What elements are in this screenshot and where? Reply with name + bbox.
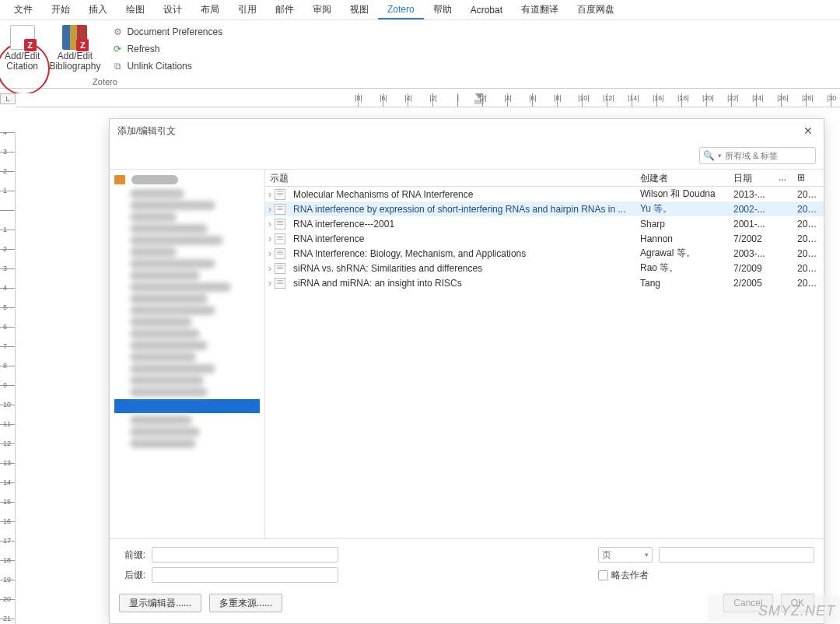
citation-row[interactable]: ›siRNA vs. shRNA: Similarities and diffe… (265, 261, 824, 275)
add-edit-citation-label: Add/EditCitation (5, 51, 40, 72)
row-title: siRNA vs. shRNA: Similarities and differ… (289, 261, 635, 276)
menu-bar: 文件开始插入绘图设计布局引用邮件审阅视图Zotero帮助Acrobat有道翻译百… (0, 0, 840, 20)
menu-item-9[interactable]: 视图 (341, 0, 378, 19)
row-added: 2019... (793, 261, 824, 276)
citation-row[interactable]: ›RNA Interference: Biology, Mechanism, a… (265, 246, 824, 261)
row-added: 2019... (793, 216, 824, 232)
cancel-button[interactable]: Cancel (723, 594, 772, 612)
row-date: 2001-... (729, 216, 772, 232)
row-date: 7/2009 (729, 261, 772, 276)
suffix-label: 后缀: (119, 569, 145, 582)
menu-item-7[interactable]: 邮件 (266, 0, 303, 19)
show-editor-button[interactable]: 显示编辑器...... (119, 594, 201, 612)
col-date[interactable]: 日期 (729, 170, 772, 186)
search-input[interactable] (725, 151, 803, 160)
menu-item-5[interactable]: 布局 (191, 0, 229, 19)
checkbox-box (598, 570, 608, 580)
zotero-bibliography-icon (62, 25, 87, 50)
zotero-ribbon: Add/EditCitation Add/EditBibliography ⚙ … (0, 20, 840, 89)
row-expander-icon[interactable]: › (265, 219, 275, 230)
menu-item-13[interactable]: 有道翻译 (512, 0, 568, 19)
row-expander-icon[interactable]: › (265, 248, 275, 259)
citation-row[interactable]: ›Molecular Mechanisms of RNA Interferenc… (265, 187, 824, 202)
row-date: 2013-... (729, 187, 772, 202)
col-added[interactable]: ⊞ (793, 170, 824, 186)
omit-author-checkbox[interactable]: 略去作者 (598, 569, 814, 582)
row-added: 2019... (793, 231, 824, 247)
menu-item-8[interactable]: 审阅 (303, 0, 341, 19)
document-preferences-button[interactable]: ⚙ Document Preferences (111, 23, 222, 40)
zotero-citation-icon (10, 25, 35, 50)
row-creator: Tang (635, 275, 729, 291)
citation-row[interactable]: ›siRNA and miRNA: an insight into RISCsT… (265, 275, 824, 290)
col-creator[interactable]: 创建者 (635, 170, 729, 186)
library-tree[interactable] (110, 170, 265, 538)
document-icon (275, 248, 285, 259)
menu-item-11[interactable]: 帮助 (424, 0, 461, 19)
library-selected-item[interactable] (114, 399, 260, 413)
dialog-title: 添加/编辑引文 (117, 124, 176, 138)
close-button[interactable]: ✕ (800, 124, 816, 137)
search-dropdown-icon[interactable]: ▾ (718, 152, 722, 160)
row-title: Molecular Mechanisms of RNA Interference (289, 187, 635, 202)
row-date: 2003-... (729, 246, 772, 261)
search-icon: 🔍 (703, 150, 715, 161)
gear-icon: ⚙ (111, 26, 124, 38)
column-headers[interactable]: 示题 创建者 日期 ... ⊞ (265, 170, 824, 187)
horizontal-ruler: |8||6||4||2|||2||4||6||8||10||12||14||16… (16, 93, 840, 107)
menu-item-3[interactable]: 绘图 (117, 0, 154, 19)
unlink-citations-button[interactable]: ⧉ Unlink Citations (111, 58, 222, 75)
menu-item-12[interactable]: Acrobat (461, 2, 512, 19)
add-edit-citation-dialog: 添加/编辑引文 ✕ 🔍 ▾ (109, 118, 824, 624)
vertical-ruler: 4321123456789101112131415161718192021 (0, 132, 16, 624)
col-extra[interactable]: ... (772, 170, 793, 186)
multiple-sources-button[interactable]: 多重来源...... (209, 594, 282, 612)
row-added: 2019... (793, 187, 824, 202)
ok-button[interactable]: OK (781, 594, 814, 612)
dialog-bottom: 前缀: 页 ▾ 后缀: 略去作者 显示编辑器...... 多重来源...... … (110, 538, 824, 623)
citation-row[interactable]: ›RNA interference by expression of short… (265, 202, 824, 216)
row-date: 7/2002 (729, 231, 772, 247)
row-date: 2/2005 (729, 275, 772, 291)
unlink-citations-label: Unlink Citations (127, 61, 191, 72)
menu-item-1[interactable]: 开始 (42, 0, 79, 19)
row-expander-icon[interactable]: › (265, 233, 275, 244)
row-added: 2019... (793, 275, 824, 291)
menu-item-14[interactable]: 百度网盘 (568, 0, 624, 19)
row-title: siRNA and miRNA: an insight into RISCs (289, 275, 635, 291)
menu-item-6[interactable]: 引用 (229, 0, 266, 19)
row-date: 2002-... (729, 202, 772, 217)
ribbon-group-label: Zotero (47, 77, 163, 86)
row-added: 2019... (793, 246, 824, 261)
page-locator-select[interactable]: 页 ▾ (598, 547, 653, 563)
refresh-button[interactable]: ⟳ Refresh (111, 40, 222, 58)
citation-row[interactable]: ›RNA interference---2001Sharp2001-...201… (265, 216, 824, 231)
search-box[interactable]: 🔍 ▾ (699, 147, 816, 164)
citation-row[interactable]: ›RNA interferenceHannon7/20022019... (265, 231, 824, 246)
menu-item-10[interactable]: Zotero (378, 1, 424, 19)
suffix-input[interactable] (152, 567, 338, 583)
row-title: RNA interference by expression of short-… (289, 202, 635, 217)
row-expander-icon[interactable]: › (265, 189, 275, 200)
dialog-titlebar: 添加/编辑引文 ✕ (110, 119, 824, 142)
row-expander-icon[interactable]: › (265, 204, 275, 215)
row-title: RNA interference (289, 231, 635, 247)
prefix-input[interactable] (152, 547, 338, 563)
unlink-icon: ⧉ (111, 60, 124, 72)
document-preferences-label: Document Preferences (127, 26, 222, 37)
row-title: RNA Interference: Biology, Mechanism, an… (289, 246, 635, 261)
chevron-down-icon: ▾ (645, 551, 649, 559)
menu-item-4[interactable]: 设计 (154, 0, 191, 19)
document-icon (275, 263, 285, 274)
ruler-corner: L (0, 93, 16, 104)
page-locator-input[interactable] (659, 547, 814, 563)
citation-list-pane: 示题 创建者 日期 ... ⊞ ›Molecular Mechanisms of… (265, 170, 824, 538)
add-edit-citation-button[interactable]: Add/EditCitation (0, 20, 44, 88)
menu-item-2[interactable]: 插入 (79, 0, 117, 19)
row-expander-icon[interactable]: › (265, 278, 275, 289)
row-expander-icon[interactable]: › (265, 263, 275, 274)
col-title[interactable]: 示题 (265, 170, 635, 186)
library-root[interactable] (114, 173, 260, 187)
menu-item-0[interactable]: 文件 (5, 0, 42, 19)
row-title: RNA interference---2001 (289, 216, 635, 232)
